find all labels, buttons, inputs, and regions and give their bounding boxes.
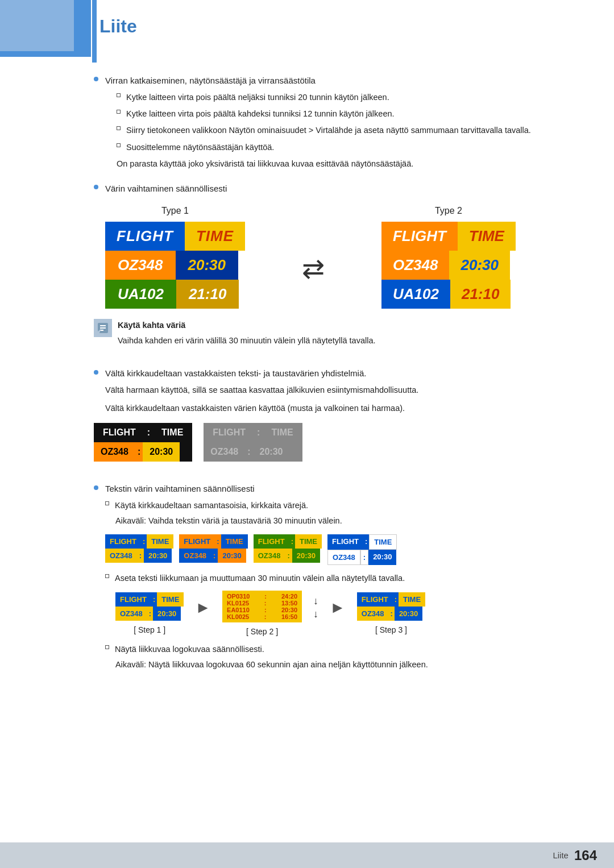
step-arrows-down: ↓ ↓ — [313, 595, 318, 620]
sub-bullet-4-2 — [105, 574, 109, 578]
step2-line2: KL0125 : 13:50 — [227, 600, 297, 607]
contrast-displays: FLIGHT : TIME OZ348 : 20:30 FLIGHT : TIM… — [94, 423, 597, 462]
sub-text-4-1: Käytä kirkkaudeltaan samantasoisia, kirk… — [115, 499, 308, 512]
step2-l1-right: 24:20 — [281, 593, 297, 600]
step1-display: FLIGHT : TIME OZ348 : 20:30 — [115, 592, 184, 621]
step1-label: [ Step 1 ] — [134, 625, 165, 634]
indent-text-screensaver: On parasta käyttää joko yksiväristä tai … — [117, 157, 531, 171]
dark-time: TIME — [152, 423, 192, 442]
header-bar — [0, 0, 91, 57]
main-content: Virran katkaiseminen, näytönsäästäjä ja … — [94, 74, 597, 676]
type1-row1: FLIGHT TIME — [105, 222, 245, 251]
gray-row2: OZ348 : 20:30 — [204, 442, 302, 462]
sub-item-1-2: Kytke laitteen virta pois päältä kahdeks… — [117, 107, 531, 121]
gray-flight: FLIGHT — [204, 423, 255, 442]
note-content: Käytä kahta väriä Vaihda kahden eri väri… — [118, 319, 376, 347]
sfd-2: FLIGHT : TIME OZ348 : 20:30 — [179, 534, 247, 565]
sfd2-sep2: : — [211, 549, 218, 563]
list-item-1: Virran katkaiseminen, näytönsäästäjä ja … — [94, 74, 597, 175]
gray-display: FLIGHT : TIME OZ348 : 20:30 — [204, 423, 302, 462]
list-item-2: Värin vaihtaminen säännöllisesti — [94, 182, 597, 196]
contrast-text-2: Vältä harmaan käyttöä, sillä se saattaa … — [105, 384, 597, 397]
sfd2-val: 20:30 — [218, 549, 246, 563]
sfd3-val: 20:30 — [292, 549, 320, 563]
step-arrow-2: ► — [330, 599, 346, 617]
sfd4-sep2: : — [360, 550, 368, 565]
sub-text-4-3: Näytä liikkuvaa logokuvaa säännöllisesti… — [115, 643, 264, 656]
steps-row: FLIGHT : TIME OZ348 : 20:30 [ Step 1 ] — [115, 591, 597, 636]
step-arrow-1: ► — [195, 599, 211, 617]
type2-label: Type 2 — [381, 206, 516, 216]
sub-text-1-3: Siirry tietokoneen valikkoon Näytön omin… — [126, 124, 531, 137]
footer-page: 164 — [574, 848, 597, 863]
step2-l2-sep: : — [264, 600, 267, 607]
type2-flight-label: FLIGHT — [381, 222, 458, 251]
bullet-text-3a: Vältä kirkkaudeltaan vastakkaisten tekst… — [105, 368, 366, 378]
text-color-section: Tekstin värin vaihtaminen säännöllisesti… — [94, 482, 597, 672]
type2-oz: OZ348 — [381, 251, 450, 280]
type2-row3: UA102 21:10 — [381, 280, 516, 309]
note-icon — [94, 319, 112, 337]
sub-text-1-2: Kytke laitteen virta pois päältä kahdeks… — [126, 107, 395, 121]
bullet-list-main: Virran katkaiseminen, näytönsäästäjä ja … — [94, 74, 597, 196]
step1-sep2: : — [147, 607, 153, 621]
step2-l3-right: 20:30 — [281, 607, 297, 613]
bullet-dot-3 — [94, 370, 98, 375]
type2-display: FLIGHT TIME OZ348 20:30 UA102 21:10 — [381, 222, 516, 309]
step2-display: OP0310 : 24:20 KL0125 : 13:50 EA0110 : — [222, 591, 302, 622]
type2-ua: UA102 — [381, 280, 450, 309]
sub-text-1-4: Suosittelemme näytönsäästäjän käyttöä. — [126, 141, 274, 154]
step3-time: TIME — [399, 592, 425, 607]
arrow-icon: ⇄ — [302, 252, 325, 284]
sub-bullet-1-2 — [117, 110, 121, 114]
type2-time1: 20:30 — [449, 251, 510, 280]
page-title: Liite — [99, 16, 137, 37]
step2-l3-left: EA0110 — [227, 607, 250, 613]
dark-time2: 20:30 — [143, 442, 180, 462]
note-box: Käytä kahta väriä Vaihda kahden eri väri… — [94, 319, 597, 347]
step2-l2-left: KL0125 — [227, 600, 249, 607]
type1-time2: 21:10 — [176, 280, 239, 309]
step1-flight: FLIGHT — [115, 592, 151, 607]
type2-container: Type 2 FLIGHT TIME OZ348 20:30 UA102 — [381, 206, 516, 309]
arrow-down-2: ↓ — [313, 608, 318, 620]
sfd2-flight: FLIGHT — [179, 534, 215, 549]
step3-display: FLIGHT : TIME OZ348 : 20:30 — [357, 592, 425, 621]
step3-label: [ Step 3 ] — [375, 625, 407, 634]
step2-l4-right: 16:50 — [281, 613, 297, 620]
bullet-text-1: Virran katkaiseminen, näytönsäästäjä ja … — [105, 76, 316, 85]
type2-row2: OZ348 20:30 — [381, 251, 516, 280]
footer-label: Liite — [553, 850, 569, 860]
sub-text-1-1: Kytke laitteen virta pois päältä neljäks… — [126, 91, 389, 104]
type1-time1: 20:30 — [176, 251, 239, 280]
sfd3-sep2: : — [285, 549, 292, 563]
sub-text-4-2: Aseta teksti liikkumaan ja muuttumaan 30… — [115, 572, 405, 585]
bullet-text-2: Värin vaihtaminen säännöllisesti — [105, 182, 227, 196]
type1-oz: OZ348 — [105, 251, 176, 280]
note-text-detail: Vaihda kahden eri värin välillä 30 minuu… — [118, 334, 376, 347]
type-arrow: ⇄ — [291, 229, 336, 309]
bullet-dot-1 — [94, 77, 98, 81]
bullet-dot-4 — [94, 485, 98, 490]
left-accent-bar — [92, 0, 97, 63]
step3-sep2: : — [389, 607, 395, 621]
type2-time-label: TIME — [458, 222, 516, 251]
step2-line3: EA0110 : 20:30 — [227, 607, 297, 613]
type2-time2: 21:10 — [450, 280, 511, 309]
step1-sep: : — [151, 592, 157, 607]
sfd1-flight: FLIGHT — [105, 534, 141, 549]
gray-time2: 20:30 — [253, 442, 290, 462]
step2-l4-left: KL0025 — [227, 613, 249, 620]
sfd1-time: TIME — [147, 534, 173, 549]
arrow-down-1: ↓ — [313, 595, 318, 607]
step2-l1-left: OP0310 — [227, 593, 250, 600]
step2-l1-sep: : — [264, 593, 267, 600]
sfd4-val: 20:30 — [368, 550, 396, 565]
dark-row1: FLIGHT : TIME — [94, 423, 192, 442]
header-accent — [0, 0, 74, 51]
sfd1-oz: OZ348 — [105, 549, 137, 563]
sub-item-1-3: Siirry tietokoneen valikkoon Näytön omin… — [117, 124, 531, 137]
step3-val: 20:30 — [395, 607, 422, 621]
step3-oz: OZ348 — [357, 607, 389, 621]
sfd-1: FLIGHT : TIME OZ348 : 20:30 — [105, 534, 173, 565]
